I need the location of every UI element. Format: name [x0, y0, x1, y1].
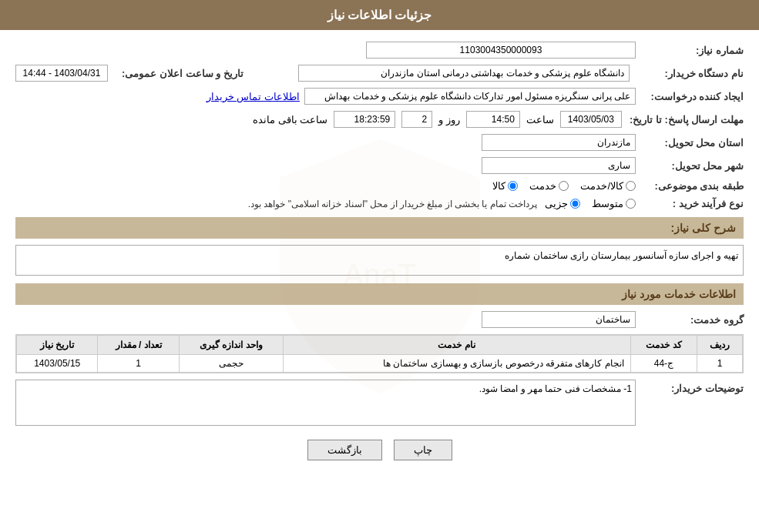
org-announce-row: نام دستگاه خریدار: دانشگاه علوم پزشکی و … [15, 65, 744, 82]
cell-name: انجام کارهای متفرقه درخصوص بازسازی و بهس… [283, 355, 630, 373]
category-kala-radio[interactable] [508, 181, 518, 191]
creator-value: علی پرانی سنگریزه مسئول امور تدارکات دان… [304, 88, 636, 105]
province-label: استان محل تحویل: [636, 137, 744, 149]
process-jozi-label: جزیی [545, 198, 568, 209]
col-date: تاریخ نیاز [17, 336, 98, 355]
announce-date-label: تاریخ و ساعت اعلان عمومی: [114, 68, 243, 79]
service-group-value: ساختمان [482, 311, 636, 328]
buyer-notes-container [15, 380, 636, 428]
general-desc-label: شرح کلی نیاز: [671, 222, 736, 234]
cell-qty: 1 [98, 355, 179, 373]
general-desc-value: تهیه و اجرای سازه آسانسور بیمارستان رازی… [15, 245, 744, 276]
services-section-header: اطلاعات خدمات مورد نیاز [15, 283, 744, 305]
reply-date: 1403/05/03 [560, 111, 622, 128]
table-row: 1 ج-44 انجام کارهای متفرقه درخصوص بازساز… [17, 355, 743, 373]
buyer-notes-row: توضیحات خریدار: [15, 380, 744, 428]
col-qty: تعداد / مقدار [98, 336, 179, 355]
page-container: AnaT جزئیات اطلاعات نیاز شماره نیاز: 110… [0, 0, 759, 532]
announce-date-value: 1403/04/31 - 14:44 [15, 65, 108, 82]
category-row: طبقه بندی موضوعی: کالا/خدمت خدمت کالا [15, 180, 744, 192]
org-group: نام دستگاه خریدار: دانشگاه علوم پزشکی و … [298, 65, 744, 82]
table-header-row: ردیف کد خدمت نام خدمت واحد اندازه گیری ت… [17, 336, 743, 355]
reply-remaining: 18:23:59 [334, 111, 395, 128]
category-radio-group: کالا/خدمت خدمت کالا [492, 180, 636, 192]
creator-row: ایجاد کننده درخواست: علی پرانی سنگریزه م… [15, 88, 744, 105]
general-desc-area: تهیه و اجرای سازه آسانسور بیمارستان رازی… [15, 245, 744, 276]
process-jozi-radio[interactable] [570, 199, 580, 209]
buyer-notes-input[interactable] [15, 380, 636, 426]
reply-days: 2 [401, 111, 432, 128]
reply-deadline-label: مهلت ارسال پاسخ: تا تاریخ: [622, 114, 744, 125]
service-group-row: گروه خدمت: ساختمان [15, 311, 744, 328]
city-row: شهر محل تحویل: ساری [15, 157, 744, 174]
city-label: شهر محل تحویل: [636, 160, 744, 172]
announce-group: تاریخ و ساعت اعلان عمومی: 1403/04/31 - 1… [15, 65, 243, 82]
category-khadamat-item[interactable]: خدمت [529, 180, 569, 192]
reply-time-label: ساعت [526, 114, 554, 125]
col-code: کد خدمت [630, 336, 697, 355]
category-kala-khadamat-label: کالا/خدمت [580, 180, 623, 192]
process-motovaset-radio[interactable] [626, 199, 636, 209]
col-row: ردیف [697, 336, 743, 355]
services-table: ردیف کد خدمت نام خدمت واحد اندازه گیری ت… [16, 335, 743, 373]
province-value: مازندران [482, 134, 636, 151]
city-value: ساری [482, 157, 636, 174]
creator-label: ایجاد کننده درخواست: [636, 91, 744, 102]
category-khadamat-label: خدمت [529, 180, 556, 192]
back-button[interactable]: بازگشت [307, 440, 382, 460]
buyer-org-label: نام دستگاه خریدار: [636, 68, 744, 79]
process-jozi-item[interactable]: جزیی [545, 198, 580, 209]
category-kala-khadamat-radio[interactable] [626, 181, 636, 191]
col-name: نام خدمت [283, 336, 630, 355]
cell-row: 1 [697, 355, 743, 373]
need-number-label: شماره نیاز: [636, 45, 744, 56]
page-header: جزئیات اطلاعات نیاز [0, 0, 759, 30]
category-label: طبقه بندی موضوعی: [636, 180, 744, 192]
print-button[interactable]: چاپ [394, 440, 452, 460]
category-kala-label: کالا [492, 180, 505, 192]
services-section-title: اطلاعات خدمات مورد نیاز [622, 288, 736, 300]
reply-deadline-row: مهلت ارسال پاسخ: تا تاریخ: 1403/05/03 سا… [15, 111, 744, 128]
cell-unit: حجمی [179, 355, 283, 373]
process-motovaset-item[interactable]: متوسط [592, 198, 636, 209]
category-kala-khadamat-item[interactable]: کالا/خدمت [580, 180, 636, 192]
process-row: نوع فرآیند خرید : متوسط جزیی پرداخت تمام… [15, 198, 744, 209]
reply-days-label: روز و [438, 114, 460, 125]
reply-remaining-label: ساعت باقی مانده [253, 114, 327, 125]
contact-link[interactable]: اطلاعات تماس خریدار [207, 91, 300, 102]
reply-time: 14:50 [466, 111, 520, 128]
process-motovaset-label: متوسط [592, 198, 623, 209]
col-unit: واحد اندازه گیری [179, 336, 283, 355]
process-radio-group: متوسط جزیی [545, 198, 636, 209]
content-area: شماره نیاز: 1103004350000093 نام دستگاه … [0, 42, 759, 460]
province-row: استان محل تحویل: مازندران [15, 134, 744, 151]
need-number-value: 1103004350000093 [366, 42, 636, 59]
process-desc: پرداخت تمام یا بخشی از مبلغ خریدار از مح… [248, 199, 537, 209]
need-number-row: شماره نیاز: 1103004350000093 [15, 42, 744, 59]
general-desc-section-header: شرح کلی نیاز: [15, 217, 744, 239]
buyer-notes-label: توضیحات خریدار: [636, 380, 744, 394]
buttons-row: چاپ بازگشت [15, 440, 744, 460]
cell-code: ج-44 [630, 355, 697, 373]
services-table-container: ردیف کد خدمت نام خدمت واحد اندازه گیری ت… [15, 334, 744, 373]
page-title: جزئیات اطلاعات نیاز [327, 8, 432, 22]
service-group-label: گروه خدمت: [636, 314, 744, 326]
category-kala-item[interactable]: کالا [492, 180, 518, 192]
category-khadamat-radio[interactable] [559, 181, 569, 191]
deadline-fields: 1403/05/03 ساعت 14:50 روز و 2 18:23:59 س… [253, 111, 622, 128]
cell-date: 1403/05/15 [17, 355, 98, 373]
process-label: نوع فرآیند خرید : [636, 198, 744, 209]
buyer-org-value: دانشگاه علوم پزشکی و خدمات بهداشتی درمان… [298, 65, 630, 82]
